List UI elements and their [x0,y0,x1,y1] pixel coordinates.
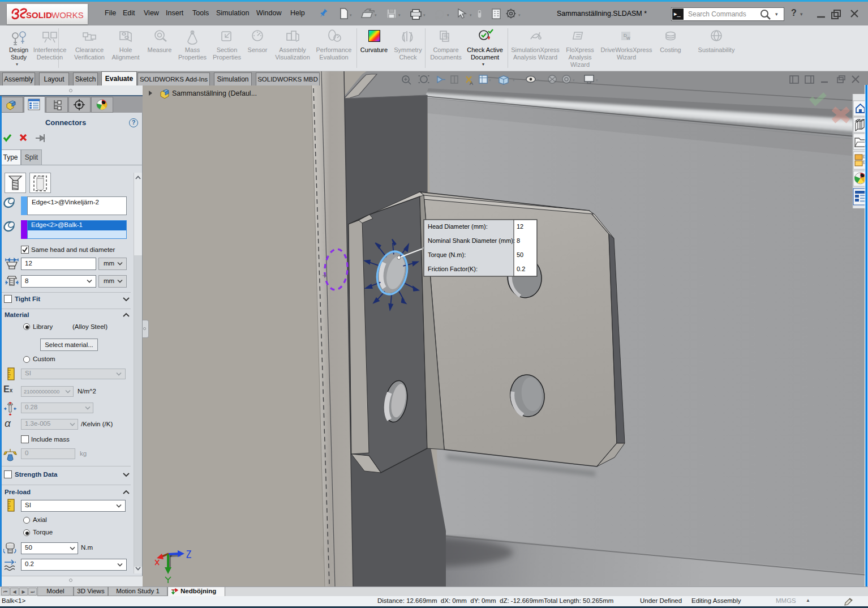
svg-text:Nominal Shank Diameter (mm):: Nominal Shank Diameter (mm): [428,237,515,244]
svg-text:▾: ▾ [470,13,472,17]
svg-text:12: 12 [517,223,523,230]
svg-text:Head Diameter (mm):: Head Diameter (mm): [428,223,488,230]
svg-text:WORKS: WORKS [51,10,84,20]
svg-text:8: 8 [517,237,520,244]
svg-text:▾: ▾ [447,13,449,17]
svg-text:50: 50 [517,251,523,258]
svg-text:▾: ▾ [350,13,352,17]
svg-text:Friction Factor(K):: Friction Factor(K): [428,266,478,272]
svg-text:0.2: 0.2 [517,266,525,272]
svg-text:▾: ▾ [513,78,515,82]
svg-text:▾: ▾ [423,13,426,17]
svg-text:SOLID: SOLID [26,10,52,20]
svg-text:▾: ▾ [573,78,575,82]
svg-text:▾: ▾ [398,13,401,17]
svg-text:▾: ▾ [489,78,491,82]
svg-text:▾: ▾ [518,13,521,17]
svg-text:▾: ▾ [596,78,598,82]
svg-text:▾: ▾ [537,78,539,82]
svg-text:?: ? [446,36,449,41]
svg-text:▾: ▾ [375,13,377,17]
svg-text:A: A [470,80,473,86]
svg-text:Sammanställning (Defaul...: Sammanställning (Defaul... [172,89,257,97]
svg-text:Torque (N.m):: Torque (N.m): [428,251,466,258]
svg-text:W: W [626,36,630,40]
